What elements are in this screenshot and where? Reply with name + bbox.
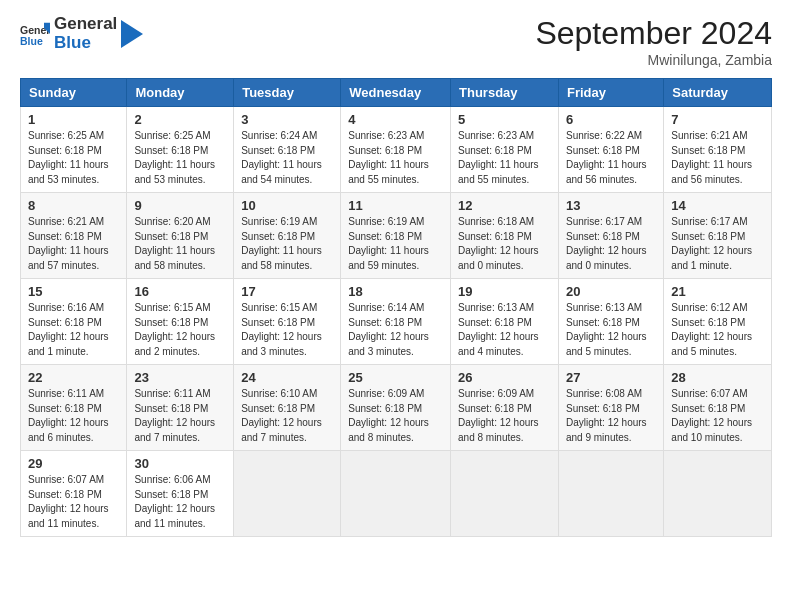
- calendar-week-row: 15Sunrise: 6:16 AMSunset: 6:18 PMDayligh…: [21, 279, 772, 365]
- logo-blue-text: Blue: [54, 34, 117, 53]
- day-info: Sunrise: 6:12 AMSunset: 6:18 PMDaylight:…: [671, 301, 764, 359]
- table-row: [341, 451, 451, 537]
- table-row: 28Sunrise: 6:07 AMSunset: 6:18 PMDayligh…: [664, 365, 772, 451]
- table-row: 16Sunrise: 6:15 AMSunset: 6:18 PMDayligh…: [127, 279, 234, 365]
- table-row: 30Sunrise: 6:06 AMSunset: 6:18 PMDayligh…: [127, 451, 234, 537]
- table-row: 19Sunrise: 6:13 AMSunset: 6:18 PMDayligh…: [451, 279, 559, 365]
- col-monday: Monday: [127, 79, 234, 107]
- day-info: Sunrise: 6:09 AMSunset: 6:18 PMDaylight:…: [458, 387, 551, 445]
- day-info: Sunrise: 6:13 AMSunset: 6:18 PMDaylight:…: [458, 301, 551, 359]
- day-number: 9: [134, 198, 226, 213]
- table-row: 4Sunrise: 6:23 AMSunset: 6:18 PMDaylight…: [341, 107, 451, 193]
- table-row: 6Sunrise: 6:22 AMSunset: 6:18 PMDaylight…: [558, 107, 663, 193]
- logo-arrow-icon: [121, 20, 143, 48]
- day-info: Sunrise: 6:25 AMSunset: 6:18 PMDaylight:…: [134, 129, 226, 187]
- day-number: 13: [566, 198, 656, 213]
- day-number: 4: [348, 112, 443, 127]
- col-friday: Friday: [558, 79, 663, 107]
- day-info: Sunrise: 6:21 AMSunset: 6:18 PMDaylight:…: [671, 129, 764, 187]
- day-info: Sunrise: 6:25 AMSunset: 6:18 PMDaylight:…: [28, 129, 119, 187]
- svg-marker-3: [121, 20, 143, 48]
- logo-icon: General Blue: [20, 19, 50, 49]
- table-row: 29Sunrise: 6:07 AMSunset: 6:18 PMDayligh…: [21, 451, 127, 537]
- day-number: 27: [566, 370, 656, 385]
- table-row: 21Sunrise: 6:12 AMSunset: 6:18 PMDayligh…: [664, 279, 772, 365]
- table-row: 10Sunrise: 6:19 AMSunset: 6:18 PMDayligh…: [234, 193, 341, 279]
- day-info: Sunrise: 6:18 AMSunset: 6:18 PMDaylight:…: [458, 215, 551, 273]
- table-row: [664, 451, 772, 537]
- day-info: Sunrise: 6:20 AMSunset: 6:18 PMDaylight:…: [134, 215, 226, 273]
- table-row: [451, 451, 559, 537]
- month-title: September 2024: [535, 15, 772, 52]
- day-number: 18: [348, 284, 443, 299]
- table-row: 7Sunrise: 6:21 AMSunset: 6:18 PMDaylight…: [664, 107, 772, 193]
- location: Mwinilunga, Zambia: [535, 52, 772, 68]
- table-row: 11Sunrise: 6:19 AMSunset: 6:18 PMDayligh…: [341, 193, 451, 279]
- day-number: 19: [458, 284, 551, 299]
- col-saturday: Saturday: [664, 79, 772, 107]
- day-number: 11: [348, 198, 443, 213]
- day-number: 5: [458, 112, 551, 127]
- day-info: Sunrise: 6:19 AMSunset: 6:18 PMDaylight:…: [348, 215, 443, 273]
- day-info: Sunrise: 6:14 AMSunset: 6:18 PMDaylight:…: [348, 301, 443, 359]
- table-row: 8Sunrise: 6:21 AMSunset: 6:18 PMDaylight…: [21, 193, 127, 279]
- table-row: 3Sunrise: 6:24 AMSunset: 6:18 PMDaylight…: [234, 107, 341, 193]
- day-number: 28: [671, 370, 764, 385]
- day-number: 30: [134, 456, 226, 471]
- day-info: Sunrise: 6:17 AMSunset: 6:18 PMDaylight:…: [566, 215, 656, 273]
- logo: General Blue General Blue: [20, 15, 143, 52]
- day-number: 16: [134, 284, 226, 299]
- day-number: 24: [241, 370, 333, 385]
- day-info: Sunrise: 6:07 AMSunset: 6:18 PMDaylight:…: [28, 473, 119, 531]
- day-info: Sunrise: 6:22 AMSunset: 6:18 PMDaylight:…: [566, 129, 656, 187]
- svg-text:Blue: Blue: [20, 35, 43, 47]
- day-info: Sunrise: 6:17 AMSunset: 6:18 PMDaylight:…: [671, 215, 764, 273]
- col-wednesday: Wednesday: [341, 79, 451, 107]
- day-info: Sunrise: 6:23 AMSunset: 6:18 PMDaylight:…: [348, 129, 443, 187]
- table-row: [234, 451, 341, 537]
- day-number: 15: [28, 284, 119, 299]
- day-number: 3: [241, 112, 333, 127]
- day-number: 1: [28, 112, 119, 127]
- day-info: Sunrise: 6:10 AMSunset: 6:18 PMDaylight:…: [241, 387, 333, 445]
- table-row: 5Sunrise: 6:23 AMSunset: 6:18 PMDaylight…: [451, 107, 559, 193]
- day-info: Sunrise: 6:23 AMSunset: 6:18 PMDaylight:…: [458, 129, 551, 187]
- title-area: September 2024 Mwinilunga, Zambia: [535, 15, 772, 68]
- table-row: 23Sunrise: 6:11 AMSunset: 6:18 PMDayligh…: [127, 365, 234, 451]
- day-info: Sunrise: 6:08 AMSunset: 6:18 PMDaylight:…: [566, 387, 656, 445]
- col-thursday: Thursday: [451, 79, 559, 107]
- day-number: 20: [566, 284, 656, 299]
- col-sunday: Sunday: [21, 79, 127, 107]
- day-number: 6: [566, 112, 656, 127]
- day-info: Sunrise: 6:09 AMSunset: 6:18 PMDaylight:…: [348, 387, 443, 445]
- day-number: 12: [458, 198, 551, 213]
- calendar-week-row: 29Sunrise: 6:07 AMSunset: 6:18 PMDayligh…: [21, 451, 772, 537]
- day-number: 14: [671, 198, 764, 213]
- calendar-header-row: Sunday Monday Tuesday Wednesday Thursday…: [21, 79, 772, 107]
- day-number: 2: [134, 112, 226, 127]
- table-row: 20Sunrise: 6:13 AMSunset: 6:18 PMDayligh…: [558, 279, 663, 365]
- day-number: 23: [134, 370, 226, 385]
- day-number: 10: [241, 198, 333, 213]
- day-info: Sunrise: 6:15 AMSunset: 6:18 PMDaylight:…: [134, 301, 226, 359]
- page: General Blue General Blue September 2024…: [0, 0, 792, 552]
- day-number: 7: [671, 112, 764, 127]
- logo-general-text: General: [54, 15, 117, 34]
- table-row: 1Sunrise: 6:25 AMSunset: 6:18 PMDaylight…: [21, 107, 127, 193]
- calendar-week-row: 22Sunrise: 6:11 AMSunset: 6:18 PMDayligh…: [21, 365, 772, 451]
- table-row: 15Sunrise: 6:16 AMSunset: 6:18 PMDayligh…: [21, 279, 127, 365]
- day-info: Sunrise: 6:21 AMSunset: 6:18 PMDaylight:…: [28, 215, 119, 273]
- day-number: 17: [241, 284, 333, 299]
- day-number: 21: [671, 284, 764, 299]
- calendar-week-row: 8Sunrise: 6:21 AMSunset: 6:18 PMDaylight…: [21, 193, 772, 279]
- table-row: 25Sunrise: 6:09 AMSunset: 6:18 PMDayligh…: [341, 365, 451, 451]
- day-number: 25: [348, 370, 443, 385]
- day-info: Sunrise: 6:16 AMSunset: 6:18 PMDaylight:…: [28, 301, 119, 359]
- day-info: Sunrise: 6:13 AMSunset: 6:18 PMDaylight:…: [566, 301, 656, 359]
- table-row: 27Sunrise: 6:08 AMSunset: 6:18 PMDayligh…: [558, 365, 663, 451]
- day-number: 26: [458, 370, 551, 385]
- table-row: 18Sunrise: 6:14 AMSunset: 6:18 PMDayligh…: [341, 279, 451, 365]
- table-row: 17Sunrise: 6:15 AMSunset: 6:18 PMDayligh…: [234, 279, 341, 365]
- day-number: 22: [28, 370, 119, 385]
- day-info: Sunrise: 6:15 AMSunset: 6:18 PMDaylight:…: [241, 301, 333, 359]
